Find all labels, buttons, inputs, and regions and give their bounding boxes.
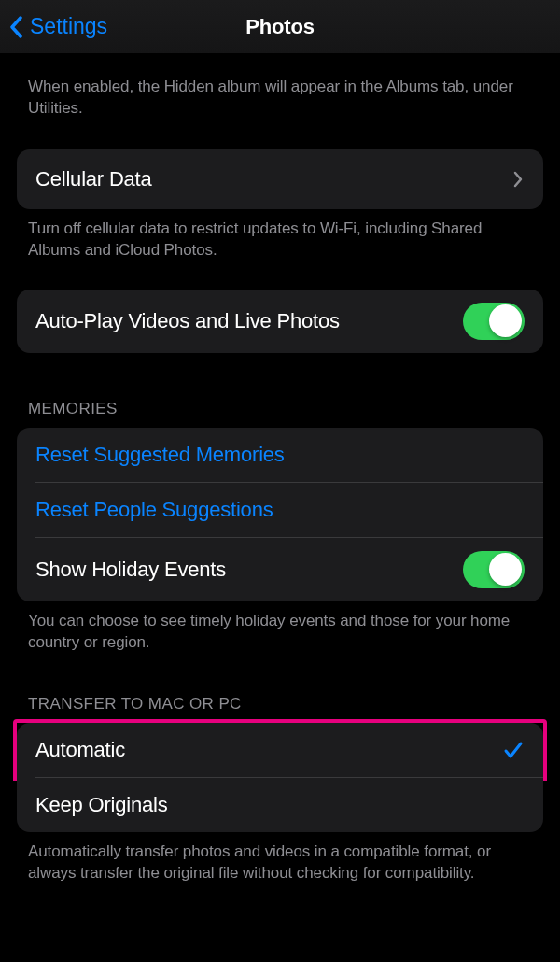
autoplay-row[interactable]: Auto-Play Videos and Live Photos	[17, 290, 543, 353]
highlight-annotation: Automatic	[13, 719, 547, 781]
toggle-knob	[489, 553, 522, 586]
autoplay-group: Auto-Play Videos and Live Photos	[17, 290, 543, 353]
settings-content: When enabled, the Hidden album will appe…	[0, 54, 560, 884]
cellular-data-footer: Turn off cellular data to restrict updat…	[0, 219, 560, 262]
transfer-automatic-row[interactable]: Automatic	[17, 723, 543, 777]
memories-header: MEMORIES	[0, 400, 560, 418]
back-label: Settings	[30, 14, 107, 39]
back-button[interactable]: Settings	[7, 0, 107, 53]
navigation-bar: Settings Photos	[0, 0, 560, 54]
chevron-left-icon	[7, 13, 24, 41]
holiday-events-toggle[interactable]	[463, 551, 525, 588]
cellular-data-row[interactable]: Cellular Data	[17, 149, 543, 209]
reset-people-suggestions-row[interactable]: Reset People Suggestions	[17, 483, 543, 537]
page-title: Photos	[245, 15, 314, 39]
memories-footer: You can choose to see timely holiday eve…	[0, 611, 560, 654]
transfer-footer: Automatically transfer photos and videos…	[0, 842, 560, 884]
cellular-data-label: Cellular Data	[35, 167, 513, 191]
transfer-automatic-label: Automatic	[35, 738, 502, 762]
autoplay-toggle[interactable]	[463, 303, 525, 340]
transfer-keep-originals-row[interactable]: Keep Originals	[17, 778, 543, 832]
reset-suggested-memories-row[interactable]: Reset Suggested Memories	[17, 428, 543, 482]
reset-suggested-memories-label: Reset Suggested Memories	[35, 443, 525, 467]
memories-group: Reset Suggested Memories Reset People Su…	[17, 428, 543, 601]
hidden-album-footer: When enabled, the Hidden album will appe…	[0, 77, 560, 120]
checkmark-icon	[502, 739, 525, 761]
transfer-header: TRANSFER TO MAC OR PC	[0, 695, 560, 714]
autoplay-label: Auto-Play Videos and Live Photos	[35, 309, 463, 333]
show-holiday-events-label: Show Holiday Events	[35, 558, 463, 582]
transfer-group-rest: Keep Originals	[17, 777, 543, 832]
reset-people-suggestions-label: Reset People Suggestions	[35, 498, 525, 522]
transfer-keep-originals-label: Keep Originals	[35, 793, 525, 817]
show-holiday-events-row[interactable]: Show Holiday Events	[17, 538, 543, 601]
cellular-data-group: Cellular Data	[17, 149, 543, 209]
toggle-knob	[489, 304, 522, 337]
chevron-right-icon	[513, 170, 525, 189]
